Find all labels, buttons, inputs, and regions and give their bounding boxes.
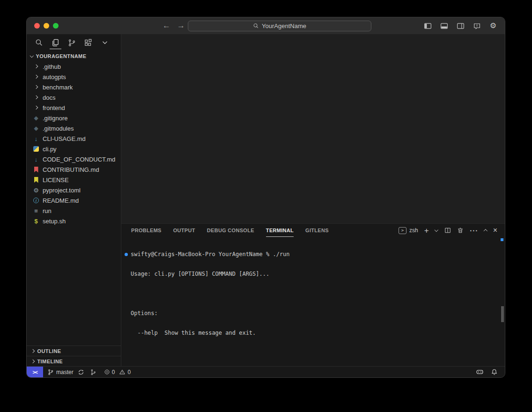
close-window-button[interactable] (34, 23, 40, 29)
terminal-line: swifty@Craigs-MacBook-Pro YourAgentName … (131, 251, 498, 258)
remote-indicator-button[interactable]: >< (27, 367, 43, 377)
tree-item-folder[interactable]: autogpts (27, 72, 121, 82)
tree-item-file[interactable]: $ setup.sh (27, 216, 121, 226)
tree-item-label: docs (43, 94, 55, 101)
git-file-icon: ◆ (32, 115, 40, 121)
tree-item-file[interactable]: ◆ .gitignore (27, 113, 121, 123)
tree-item-file[interactable]: i README.md (27, 195, 121, 206)
tree-item-folder[interactable]: frontend (27, 103, 121, 113)
tree-item-folder[interactable]: docs (27, 92, 121, 103)
terminal-line (131, 349, 498, 356)
terminal-line: Usage: cli.py [OPTIONS] COMMAND [ARGS]..… (131, 271, 498, 277)
terminal-line (131, 290, 498, 297)
source-control-view-icon[interactable] (67, 36, 77, 50)
tree-item-label: autogpts (43, 74, 66, 81)
tree-item-label: CLI-USAGE.md (43, 135, 86, 142)
zoom-window-button[interactable] (53, 23, 59, 29)
terminal-icon: > (399, 227, 406, 234)
tab-terminal[interactable]: TERMINAL (266, 224, 294, 237)
tab-debug-console[interactable]: DEBUG CONSOLE (207, 224, 254, 237)
timeline-section-header[interactable]: TIMELINE (27, 356, 121, 366)
maximize-panel-chevron-icon[interactable] (484, 229, 488, 233)
feedback-icon[interactable] (472, 21, 482, 31)
minimize-window-button[interactable] (44, 23, 49, 29)
tree-item-file[interactable]: ◆ .gitmodules (27, 123, 121, 133)
settings-gear-icon[interactable]: ⚙ (488, 21, 498, 31)
tree-item-label: LICENSE (43, 177, 69, 184)
git-branch-icon (47, 369, 54, 375)
tree-item-file[interactable]: ↓ CLI-USAGE.md (27, 133, 121, 144)
search-icon (253, 23, 259, 29)
copilot-icon[interactable] (476, 368, 484, 376)
tree-item-label: .gitmodules (43, 125, 74, 132)
tree-item-label: run (43, 207, 52, 214)
chevron-right-icon (34, 65, 38, 68)
tree-item-label: README.md (43, 197, 79, 204)
terminal-scrollbar-thumb[interactable] (501, 306, 504, 322)
tree-item-file[interactable]: cli.py (27, 144, 121, 154)
tree-item-label: setup.sh (43, 218, 66, 225)
shell-label: zsh (409, 227, 418, 234)
chevron-right-icon (34, 75, 38, 79)
terminal-profile-chip[interactable]: > zsh (399, 227, 418, 234)
close-panel-button[interactable]: × (493, 227, 497, 234)
tab-gitlens[interactable]: GITLENS (305, 224, 329, 237)
tree-item-label: benchmark (43, 84, 73, 91)
toggle-panel-button[interactable] (439, 21, 449, 31)
status-bar-right (476, 368, 505, 376)
explorer-tree: YOURAGENTNAME .github autogpts benchmark… (27, 51, 121, 366)
toggle-secondary-sidebar-button[interactable] (455, 21, 466, 31)
tree-item-file[interactable]: ≡ run (27, 206, 121, 216)
tree-item-folder[interactable]: benchmark (27, 82, 121, 92)
tab-output[interactable]: OUTPUT (173, 224, 195, 237)
search-view-icon[interactable] (34, 36, 44, 50)
chevron-right-icon (34, 85, 38, 89)
outline-label: OUTLINE (37, 348, 61, 354)
navigate-back-button[interactable]: ← (163, 21, 170, 30)
command-center-search[interactable]: YourAgentName (188, 21, 371, 31)
ribbon-yellow-file-icon (32, 177, 40, 183)
more-actions-button[interactable]: ··· (470, 227, 478, 234)
tree-item-folder[interactable]: .github (27, 61, 121, 72)
tree-item-file[interactable]: CONTRIBUTING.md (27, 164, 121, 175)
split-terminal-button[interactable] (444, 227, 451, 234)
tab-problems[interactable]: PROBLEMS (131, 224, 162, 237)
error-count: 0 (112, 369, 115, 375)
gitlens-status-item[interactable] (90, 369, 96, 375)
status-bar: >< master 0 0 (27, 366, 505, 377)
git-branch-item[interactable]: master (47, 369, 74, 375)
command-decoration-icon[interactable] (125, 253, 128, 256)
new-terminal-button[interactable]: + (424, 227, 429, 235)
outline-section-header[interactable]: OUTLINE (27, 346, 121, 356)
chevron-down-icon (30, 54, 34, 58)
markdown-file-icon: ↓ (32, 135, 40, 142)
tree-item-file[interactable]: LICENSE (27, 175, 121, 185)
explorer-view-icon[interactable] (51, 36, 60, 50)
sync-changes-button[interactable] (78, 369, 84, 375)
tree-item-label: cli.py (43, 146, 57, 153)
extensions-view-icon[interactable] (83, 36, 93, 50)
title-bar: ← → YourAgentName ⚙ (27, 17, 505, 34)
bottom-panel: PROBLEMS OUTPUT DEBUG CONSOLE TERMINAL G… (121, 223, 505, 366)
root-folder-label: YOURAGENTNAME (36, 53, 87, 59)
terminal-output[interactable]: swifty@Craigs-MacBook-Pro YourAgentName … (121, 237, 505, 366)
tree-item-file[interactable]: ⚙ pyproject.toml (27, 185, 121, 195)
command-center-label: YourAgentName (262, 22, 306, 29)
terminal-dropdown-chevron-icon[interactable] (435, 228, 438, 232)
notifications-bell-icon[interactable] (491, 368, 498, 375)
sidebar-bottom-sections: OUTLINE TIMELINE (27, 346, 121, 366)
toggle-primary-sidebar-button[interactable] (422, 21, 433, 31)
markdown-file-icon: ↓ (32, 156, 40, 163)
chevron-right-icon (31, 360, 35, 363)
additional-views-chevron-icon[interactable] (100, 36, 110, 50)
tree-item-label: .github (43, 63, 61, 70)
activity-bar (27, 34, 121, 51)
problems-status-item[interactable]: 0 0 (104, 369, 131, 375)
ribbon-red-file-icon (32, 167, 40, 173)
kill-terminal-trash-button[interactable] (457, 227, 464, 234)
explorer-root-folder[interactable]: YOURAGENTNAME (27, 51, 121, 61)
terminal-line: Options: (131, 310, 498, 316)
git-file-icon: ◆ (32, 125, 40, 132)
navigate-forward-button[interactable]: → (177, 21, 185, 30)
tree-item-file[interactable]: ↓ CODE_OF_CONDUCT.md (27, 154, 121, 164)
